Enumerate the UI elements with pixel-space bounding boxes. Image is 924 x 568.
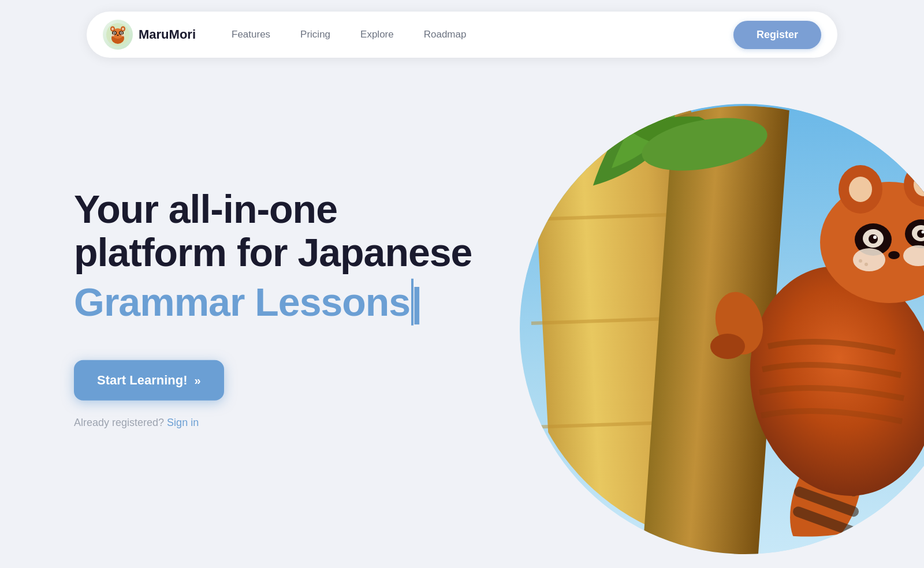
svg-point-15: [122, 28, 124, 31]
svg-point-48: [869, 234, 878, 244]
start-learning-button[interactable]: Start Learning! »: [74, 360, 224, 401]
hero-content: Your all-in-one platform for Japanese Gr…: [74, 188, 472, 429]
svg-point-53: [859, 259, 862, 263]
nav-links: Features Pricing Explore Roadmap: [219, 23, 733, 46]
svg-point-11: [117, 35, 119, 36]
nav-roadmap[interactable]: Roadmap: [411, 23, 479, 46]
chevron-right-icon: »: [194, 373, 200, 387]
logo-icon: [103, 20, 133, 50]
nav-pricing[interactable]: Pricing: [288, 23, 343, 46]
svg-point-16: [111, 34, 114, 36]
svg-point-44: [853, 248, 885, 271]
panda-illustration: [520, 104, 924, 554]
svg-point-8: [121, 32, 122, 33]
hero-section: Your all-in-one platform for Japanese Gr…: [0, 0, 924, 568]
svg-point-36: [710, 334, 745, 359]
nav-explore[interactable]: Explore: [348, 23, 407, 46]
svg-point-50: [873, 236, 877, 239]
svg-point-54: [865, 263, 868, 266]
sign-in-link[interactable]: Sign in: [167, 417, 199, 428]
svg-point-10: [121, 32, 122, 33]
already-registered-text: Already registered? Sign in: [74, 417, 472, 429]
text-cursor: |: [411, 278, 413, 326]
svg-point-9: [114, 32, 115, 33]
svg-point-17: [121, 34, 125, 36]
hero-title-line1: Your all-in-one platform for Japanese: [74, 188, 472, 274]
register-button[interactable]: Register: [733, 21, 821, 49]
svg-point-39: [849, 177, 872, 202]
svg-point-52: [888, 251, 900, 259]
logo-text: MaruMori: [139, 27, 196, 42]
start-btn-label: Start Learning!: [97, 373, 187, 388]
nav-features[interactable]: Features: [219, 23, 283, 46]
logo-area[interactable]: MaruMori: [103, 20, 196, 50]
hero-title-animated: Grammar Lessons|: [74, 278, 472, 326]
hero-illustration-circle: [520, 104, 924, 554]
svg-point-7: [114, 32, 115, 33]
navbar: MaruMori Features Pricing Explore Roadma…: [87, 12, 837, 58]
svg-point-14: [111, 28, 114, 31]
